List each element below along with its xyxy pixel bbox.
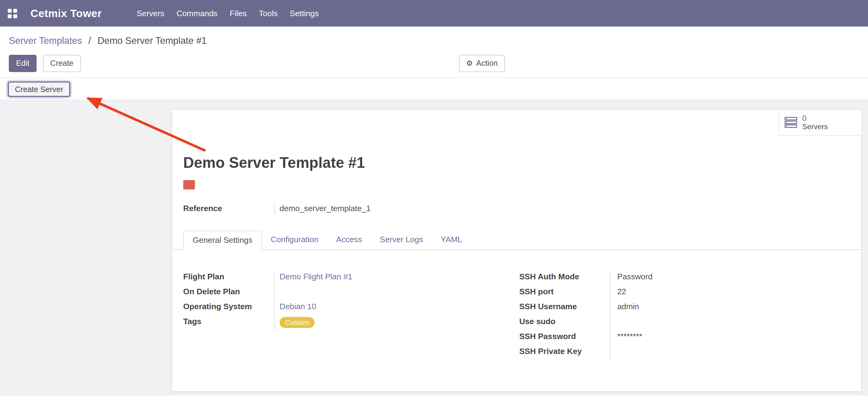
field-row: Use sudo	[519, 316, 850, 331]
value-flight-plan-link[interactable]: Demo Flight Plan #1	[280, 272, 352, 281]
label-ssh-password: SSH Password	[519, 331, 609, 341]
color-swatch	[183, 180, 195, 190]
stat-label: Servers	[802, 122, 828, 131]
field-row: Flight Plan Demo Flight Plan #1	[183, 271, 519, 286]
gear-icon: ⚙	[466, 58, 473, 69]
edit-button[interactable]: Edit	[9, 55, 36, 72]
apps-menu-icon[interactable]	[8, 8, 17, 18]
tab-yaml[interactable]: YAML	[432, 231, 471, 250]
field-row: Operating System Debian 10	[183, 301, 519, 316]
field-group-left: Flight Plan Demo Flight Plan #1 On Delet…	[183, 271, 519, 361]
tab-general-settings[interactable]: General Settings	[183, 231, 262, 250]
label-ssh-username: SSH Username	[519, 301, 609, 311]
control-panel: Server Templates / Demo Server Template …	[0, 27, 868, 72]
tag-custom: Custom	[280, 317, 315, 328]
notebook-tabs: General Settings Configuration Access Se…	[172, 231, 862, 250]
action-button[interactable]: ⚙ Action	[459, 55, 505, 72]
field-row: Tags Custom	[183, 316, 519, 331]
content-area: 0 Servers Demo Server Template #1 Refere…	[0, 100, 868, 396]
label-ssh-private-key: SSH Private Key	[519, 346, 609, 356]
label-ssh-auth-mode: SSH Auth Mode	[519, 271, 609, 281]
reference-field-row: Reference demo_server_template_1	[183, 203, 850, 215]
value-ssh-private-key	[610, 346, 850, 361]
record-toolbar: Create Server	[0, 78, 868, 100]
create-button[interactable]: Create	[43, 55, 81, 72]
breadcrumb-parent-link[interactable]: Server Templates	[9, 35, 82, 46]
field-row: SSH Password ********	[519, 331, 850, 346]
main-menu: Servers Commands Files Tools Settings	[130, 0, 325, 27]
breadcrumb-separator: /	[89, 35, 91, 46]
nav-item-settings[interactable]: Settings	[284, 0, 325, 27]
nav-item-tools[interactable]: Tools	[253, 0, 284, 27]
stat-count: 0	[802, 114, 828, 122]
record-title: Demo Server Template #1	[183, 154, 850, 172]
field-row: SSH Auth Mode Password	[519, 271, 850, 286]
create-server-button[interactable]: Create Server	[8, 81, 70, 96]
value-ssh-auth-mode: Password	[610, 271, 850, 286]
value-use-sudo	[610, 316, 850, 331]
field-row: SSH Username admin	[519, 301, 850, 316]
form-sheet: 0 Servers Demo Server Template #1 Refere…	[172, 109, 862, 392]
tab-access[interactable]: Access	[328, 231, 371, 250]
nav-item-commands[interactable]: Commands	[170, 0, 224, 27]
control-buttons: Edit Create ⚙ Action	[9, 55, 859, 72]
label-flight-plan: Flight Plan	[183, 271, 274, 281]
field-row: SSH port 22	[519, 286, 850, 301]
nav-item-files[interactable]: Files	[224, 0, 253, 27]
label-on-delete-plan: On Delete Plan	[183, 286, 274, 296]
label-tags: Tags	[183, 316, 274, 326]
server-stack-icon	[785, 117, 797, 128]
reference-value: demo_server_template_1	[274, 203, 370, 215]
value-ssh-port: 22	[610, 286, 850, 301]
field-row: On Delete Plan	[183, 286, 519, 301]
value-operating-system-link[interactable]: Debian 10	[280, 302, 316, 311]
label-use-sudo: Use sudo	[519, 316, 609, 326]
top-navbar: Cetmix Tower Servers Commands Files Tool…	[0, 0, 868, 27]
app-brand[interactable]: Cetmix Tower	[30, 7, 102, 20]
value-ssh-username: admin	[610, 301, 850, 316]
reference-label: Reference	[183, 203, 274, 215]
tab-server-logs[interactable]: Server Logs	[371, 231, 432, 250]
servers-stat-button[interactable]: 0 Servers	[778, 110, 862, 136]
breadcrumb: Server Templates / Demo Server Template …	[9, 34, 859, 48]
breadcrumb-current: Demo Server Template #1	[97, 35, 207, 46]
field-groups: Flight Plan Demo Flight Plan #1 On Delet…	[172, 271, 862, 361]
field-group-right: SSH Auth Mode Password SSH port 22 SSH U…	[519, 271, 850, 361]
value-on-delete-plan	[274, 286, 519, 301]
label-operating-system: Operating System	[183, 301, 274, 311]
action-button-label: Action	[476, 58, 498, 69]
stat-text: 0 Servers	[802, 114, 828, 131]
value-ssh-password: ********	[610, 331, 850, 346]
field-row: SSH Private Key	[519, 346, 850, 361]
tab-configuration[interactable]: Configuration	[262, 231, 327, 250]
label-ssh-port: SSH port	[519, 286, 609, 296]
nav-item-servers[interactable]: Servers	[130, 0, 170, 27]
page: Cetmix Tower Servers Commands Files Tool…	[0, 0, 868, 396]
